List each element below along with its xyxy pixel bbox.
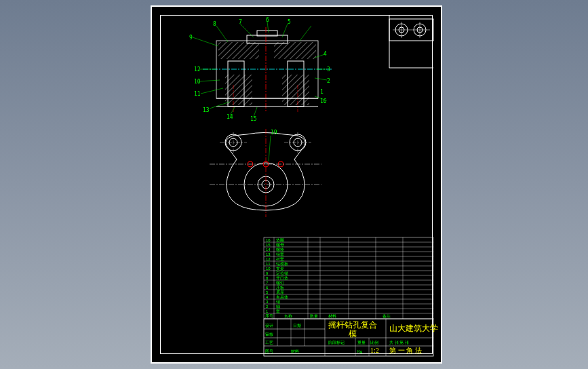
tb-design: 设计 (265, 324, 273, 328)
svg-line-27 (216, 26, 228, 42)
bom-num-9: 9 (266, 271, 269, 275)
bom-name-16: 垫圈 (276, 238, 284, 242)
svg-line-29 (267, 22, 269, 33)
svg-line-38 (201, 88, 223, 94)
bom-name-2: 轴 (276, 305, 280, 309)
school-name: 山大建筑大学 (389, 324, 438, 333)
tb-scale-lbl: 比例 (370, 341, 378, 345)
balloon-8: 8 (213, 21, 216, 27)
bom-num-12: 12 (266, 257, 271, 261)
balloon-7: 7 (239, 19, 242, 25)
bom-num-14: 14 (266, 248, 271, 252)
bom-name-13: 钻套 (275, 252, 284, 256)
tb-drawno: 图号 (265, 349, 273, 353)
balloon-2: 2 (327, 78, 330, 84)
bom-name-7: 螺钉 (276, 281, 284, 285)
bom-name-15: 螺母 (276, 243, 284, 247)
svg-rect-15 (282, 75, 309, 105)
bom-name-10: 支架 (276, 267, 284, 271)
bom-name-9: 定位销 (276, 271, 288, 275)
bom-name-6: 压板 (276, 286, 284, 290)
bom-hdr-3: 数量 (310, 314, 318, 318)
bom-name-12: 衬套 (276, 257, 284, 261)
drawing-title: 摇杆钻孔复合 (328, 320, 377, 330)
balloon-19: 19 (271, 130, 277, 136)
tb-date: 日期 (293, 324, 301, 328)
bom-name-4: 夹具体 (276, 295, 288, 299)
bom-name-14: 螺栓 (276, 248, 284, 252)
svg-line-26 (193, 37, 218, 46)
tb-kg: Kg (357, 349, 362, 353)
balloon-13: 13 (203, 107, 210, 113)
balloon-10: 10 (194, 79, 201, 85)
bom-num-1: 1 (266, 309, 269, 313)
svg-rect-13 (274, 42, 316, 59)
bom-num-6: 6 (266, 286, 269, 290)
balloon-5: 5 (288, 19, 291, 25)
tb-weight: 重量 (357, 341, 366, 345)
balloon-14: 14 (227, 114, 233, 120)
tb-stage: 阶段标记 (328, 341, 345, 345)
bom-hdr-4: 材料 (328, 314, 336, 318)
balloon-6: 6 (266, 17, 269, 23)
bom-num-13: 13 (266, 252, 271, 256)
bom-num-7: 7 (266, 281, 269, 285)
tb-process: 工艺 (265, 341, 273, 345)
balloon-3: 3 (327, 66, 330, 73)
drawing-frame: 9 8 7 6 5 4 3 2 1 16 12 10 11 13 14 15 1… (151, 5, 442, 364)
bom-name-3: 销 (275, 300, 280, 304)
bom-num-11: 11 (266, 262, 271, 266)
tb-check: 审核 (265, 332, 273, 336)
bom-num-3: 3 (266, 300, 269, 304)
bom-hdr-1: 序号 (265, 313, 273, 318)
bom-hdr-5: 备注 (383, 313, 391, 318)
tb-material: 材料 (290, 349, 299, 353)
bom-name-11: 钻模板 (275, 262, 288, 266)
balloon-12: 12 (194, 66, 201, 73)
svg-line-41 (254, 107, 257, 117)
svg-line-31 (300, 26, 311, 41)
drawing-title-2: 模 (349, 329, 357, 338)
svg-rect-12 (218, 42, 259, 59)
bom-num-2: 2 (266, 305, 269, 309)
bom-num-5: 5 (266, 290, 269, 294)
svg-line-59 (269, 136, 271, 161)
tb-projection: 第 一 角 法 (389, 347, 422, 354)
bom-num-4: 4 (266, 295, 269, 299)
plan-view (210, 129, 321, 217)
bom-name-1: 套 (276, 309, 280, 313)
bom-num-8: 8 (266, 276, 269, 280)
projection-box (389, 19, 433, 41)
bom-num-16: 16 (266, 238, 271, 242)
bom-table (264, 237, 433, 319)
bom-name-8: 开口垫 (276, 276, 288, 280)
balloon-4: 4 (324, 51, 327, 57)
tb-scale: 1:2 (370, 347, 379, 354)
balloon-15: 15 (250, 116, 257, 122)
bom-name-5: 底座 (276, 290, 284, 294)
balloon-11: 11 (194, 91, 201, 97)
bom-hdr-2: 名称 (284, 314, 292, 318)
balloon-1: 1 (320, 89, 324, 95)
drawing-canvas: 9 8 7 6 5 4 3 2 1 16 12 10 11 13 14 15 1… (152, 7, 444, 365)
bom-num-15: 15 (266, 243, 271, 247)
balloon-16: 16 (320, 98, 327, 104)
section-view (193, 22, 332, 117)
svg-rect-14 (225, 75, 252, 105)
svg-line-37 (199, 80, 220, 81)
bom-num-10: 10 (266, 267, 271, 271)
svg-line-34 (315, 78, 327, 80)
tb-sheet: 共 张 第 张 (389, 341, 409, 345)
balloon-9: 9 (189, 35, 193, 41)
